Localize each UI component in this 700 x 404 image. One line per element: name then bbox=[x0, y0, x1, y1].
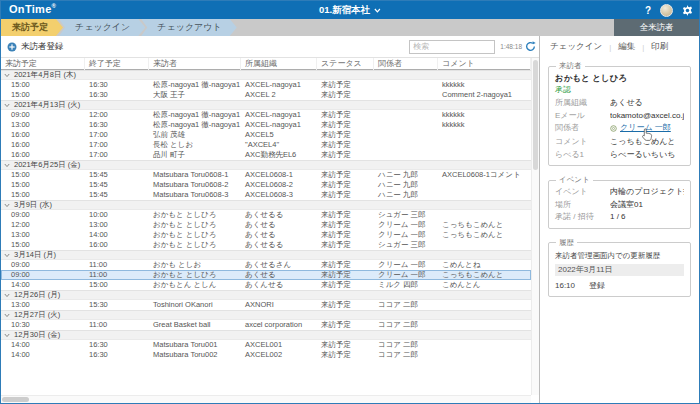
history-entries: 16:10登録 bbox=[555, 280, 684, 292]
panel-action-2[interactable]: 印刷 bbox=[651, 41, 668, 53]
visitor-row[interactable]: 13:0016:30松原-nagoya1 徹-nagoya1AXCEL-nago… bbox=[1, 120, 531, 130]
column-header-2[interactable]: 来訪者 bbox=[149, 58, 241, 70]
related-person-link[interactable]: クリーム 一郎 bbox=[610, 122, 671, 135]
cell-end: 17:00 bbox=[85, 130, 149, 140]
date-group-row[interactable]: 3月14日 (月) bbox=[1, 250, 531, 260]
tab-all-visitors[interactable]: 全来訪者 bbox=[614, 19, 699, 36]
avatar[interactable] bbox=[660, 4, 673, 17]
event-fields: イベント内輪のプロジェクト打ち合わせ場所会議室01承諾 / 招待1 / 6 bbox=[555, 186, 684, 224]
event-field-value: 会議室01 bbox=[610, 199, 684, 212]
cell-status: 来訪予定 bbox=[317, 260, 374, 270]
tab-checkout[interactable]: チェックアウト bbox=[141, 19, 236, 36]
visitor-row[interactable]: 09:0011:00おかも としおあくせるさん来訪予定クリーム 一郎こめんとね bbox=[1, 260, 531, 270]
cell-start: 13:00 bbox=[1, 120, 85, 130]
visitor-row[interactable]: 13:0014:00おかもと としひろあくせる来訪予定クリーム 一郎こっちもこめ… bbox=[1, 230, 531, 240]
cell-visitor: 弘前 茂雄 bbox=[149, 130, 241, 140]
location-selector[interactable]: 01.新宿本社 bbox=[319, 1, 381, 19]
column-header-6[interactable]: コメント bbox=[438, 58, 531, 70]
visitor-row[interactable]: 15:0016:30松原-nagoya1 徹-nagoya1AXCEL-nago… bbox=[1, 80, 531, 90]
visitor-field-label: Eメール bbox=[555, 110, 610, 123]
horizontal-scrollbar-thumb[interactable] bbox=[2, 397, 29, 402]
date-group-row[interactable]: 2021年6月25日 (金) bbox=[1, 160, 531, 170]
date-group-row[interactable]: 2021年4月8日 (木) bbox=[1, 70, 531, 80]
visitor-row[interactable]: 13:0015:30Toshinori OKanoriAXNORI来訪予定ココア… bbox=[1, 300, 531, 310]
cell-end: 14:00 bbox=[85, 230, 149, 240]
cell-start: 15:00 bbox=[1, 190, 85, 200]
date-group-label: 12月30日 (金) bbox=[14, 330, 60, 340]
vertical-scrollbar[interactable] bbox=[531, 58, 539, 395]
visitor-row[interactable]: 15:0015:45Matsubara Toru0608-3AXCEL0608-… bbox=[1, 190, 531, 200]
cell-related: ハニー 九郎 bbox=[374, 190, 438, 200]
visitor-row[interactable]: 16:0017:00品川 町子AXC勤務先EL6来訪予定 bbox=[1, 150, 531, 160]
cell-status: 来訪予定 bbox=[317, 320, 374, 330]
cell-start: 14:00 bbox=[1, 350, 85, 360]
visitor-row[interactable]: 14:0015:00おかもとん としんあくんせる来訪予定ミルク 四郎こめんとん bbox=[1, 280, 531, 290]
date-group-label: 3月9日 (水) bbox=[14, 200, 52, 210]
visitor-row[interactable]: 09:0010:00おかもと としひろあくせるる来訪予定シュガー 三郎 bbox=[1, 210, 531, 220]
column-header-5[interactable]: 関係者 bbox=[374, 58, 438, 70]
cell-end: 13:00 bbox=[85, 220, 149, 230]
cell-visitor: おかもと としひろ bbox=[149, 210, 241, 220]
cell-related: クリーム 一郎 bbox=[374, 220, 438, 230]
horizontal-scrollbar[interactable] bbox=[1, 395, 531, 403]
cell-visitor: 品川 町子 bbox=[149, 150, 241, 160]
visitor-row[interactable]: 15:0015:45Matsubara Toru0608-2AXCEL0608-… bbox=[1, 180, 531, 190]
visitor-row[interactable]: 14:0016:30Matsubara Toru002AXCEL002来訪予定コ… bbox=[1, 350, 531, 360]
date-group-row[interactable]: 12月26日 (月) bbox=[1, 290, 531, 300]
date-group-row[interactable]: 2021年4月13日 (火) bbox=[1, 100, 531, 110]
cell-org: axcel corporation bbox=[241, 320, 317, 330]
cell-end: 11:00 bbox=[85, 270, 149, 280]
visitor-row[interactable]: 15:0016:30大阪 王子AXCEL 2来訪予定Comment 2-nago… bbox=[1, 90, 531, 100]
cell-end: 16:30 bbox=[85, 340, 149, 350]
action-separator: | bbox=[642, 43, 644, 52]
visitor-row[interactable]: 16:0017:00長松 としお"AXCEL4"来訪予定 bbox=[1, 140, 531, 150]
visitor-row-selected[interactable]: 09:0011:00おかもと としひろあくせる来訪予定クリーム 一郎こっちもこめ… bbox=[1, 270, 531, 280]
cell-visitor: Matsubara Toru0608-3 bbox=[149, 190, 241, 200]
visitor-row[interactable]: 15:0016:00おかもと としひろあくせるる来訪予定シュガー 三郎 bbox=[1, 240, 531, 250]
visitor-row[interactable]: 14:0016:30Matsubara Toru001AXCEL001来訪予定コ… bbox=[1, 340, 531, 350]
vertical-scrollbar-thumb[interactable] bbox=[533, 60, 538, 170]
topbar-right: ? bbox=[645, 1, 693, 19]
column-header-1[interactable]: 終了予定 bbox=[85, 58, 149, 70]
visitor-row[interactable]: 10:3011:00Great Basket ballaxcel corpora… bbox=[1, 320, 531, 330]
refresh-button[interactable] bbox=[525, 41, 536, 52]
column-header-4[interactable]: ステータス bbox=[317, 58, 374, 70]
cell-visitor: 松原-nagoya1 徹-nagoya1 bbox=[149, 120, 241, 130]
column-header-3[interactable]: 所属組織 bbox=[241, 58, 317, 70]
cell-related bbox=[374, 130, 438, 140]
cell-status: 来訪予定 bbox=[317, 340, 374, 350]
cell-start: 09:00 bbox=[1, 110, 85, 120]
visitor-row[interactable]: 16:0017:00弘前 茂雄AXCEL5来訪予定 bbox=[1, 130, 531, 140]
help-icon[interactable]: ? bbox=[645, 5, 651, 16]
cell-org: AXCEL-nagoya1 bbox=[241, 120, 317, 130]
cell-start: 15:00 bbox=[1, 90, 85, 100]
main-list-area: 来訪者登録 1:48:18 来訪予定終了予定来訪者所属組織ステータス関係者コメン… bbox=[1, 36, 540, 403]
date-group-label: 3月14日 (月) bbox=[14, 250, 56, 260]
panel-action-1[interactable]: 編集 bbox=[618, 41, 635, 53]
panel-action-0[interactable]: チェックイン bbox=[550, 41, 602, 53]
tab-checkin[interactable]: チェックイン bbox=[59, 19, 145, 36]
chevron-down-icon bbox=[374, 8, 381, 13]
cell-status: 来訪予定 bbox=[317, 170, 374, 180]
visitor-row[interactable]: 12:0013:00おかもと としひろあくせる来訪予定クリーム 一郎こっちもこめ… bbox=[1, 220, 531, 230]
search-input[interactable] bbox=[409, 40, 495, 54]
visitor-row[interactable]: 09:0012:00松原-nagoya1 徹-nagoya1AXCEL-nago… bbox=[1, 110, 531, 120]
cell-visitor: Matsubara Toru0608-2 bbox=[149, 180, 241, 190]
cell-status: 来訪予定 bbox=[317, 130, 374, 140]
cell-org: あくんせる bbox=[241, 280, 317, 290]
date-group-row[interactable]: 12月30日 (金) bbox=[1, 330, 531, 340]
column-header-0[interactable]: 来訪予定 bbox=[1, 58, 85, 70]
cell-start: 16:00 bbox=[1, 130, 85, 140]
gear-icon[interactable] bbox=[682, 5, 693, 16]
chevron-down-icon bbox=[4, 253, 10, 258]
date-group-row[interactable]: 3月9日 (水) bbox=[1, 200, 531, 210]
date-group-label: 2021年6月25日 (金) bbox=[14, 160, 80, 170]
cell-status: 来訪予定 bbox=[317, 350, 374, 360]
date-group-row[interactable]: 12月27日 (火) bbox=[1, 310, 531, 320]
register-visitor-button[interactable]: 来訪者登録 bbox=[7, 41, 64, 53]
visitor-row[interactable]: 15:0015:45Matsubara Toru0608-1AXCEL0608-… bbox=[1, 170, 531, 180]
detail-panel: チェックイン|編集|印刷 来訪者 おかもと としひろ 承認 所属組織あくせるEメ… bbox=[540, 36, 699, 403]
chevron-down-icon bbox=[4, 313, 10, 318]
cell-comment bbox=[438, 210, 531, 220]
tab-visit-schedule[interactable]: 来訪予定 bbox=[1, 19, 63, 36]
